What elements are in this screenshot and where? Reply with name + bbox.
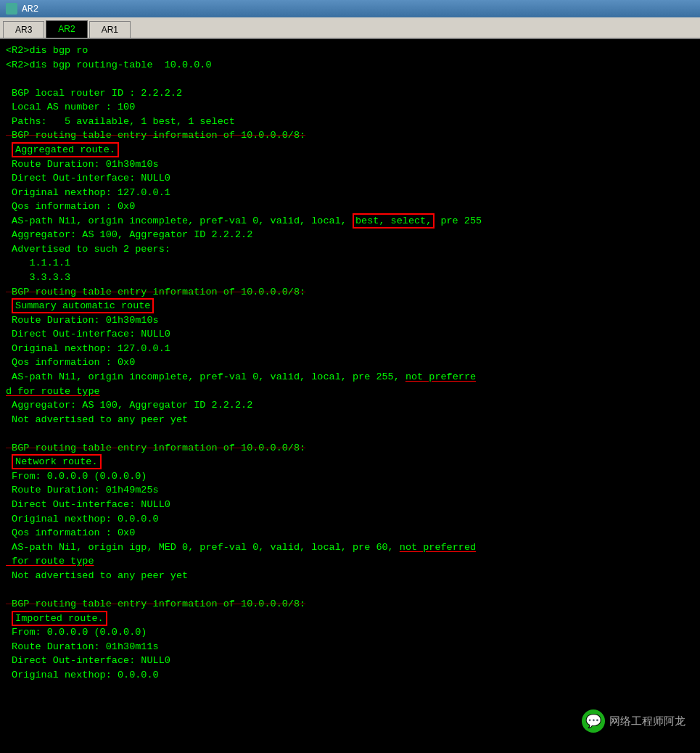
terminal-line: From: 0.0.0.0 (0.0.0.0) [6,625,694,640]
watermark-text: 网络工程师阿龙 [609,715,685,728]
app-title: AR2 [22,4,38,15]
terminal-line: Direct Out-interface: NULL0 [6,498,694,512]
terminal: <R2>dis bgp ro<R2>dis bgp routing-table … [0,39,700,753]
terminal-line: Route Duration: 01h49m25s [6,483,694,498]
terminal-line: AS-path Nil, origin incomplete, pref-val… [6,214,694,229]
terminal-line [6,72,694,86]
tab-AR1[interactable]: AR1 [89,21,131,38]
terminal-line: Network route. [6,455,694,469]
terminal-line: Not advertised to any peer yet [6,413,694,427]
terminal-line: Direct Out-interface: NULL0 [6,327,694,342]
terminal-line: From: 0.0.0.0 (0.0.0.0) [6,469,694,484]
terminal-line: BGP routing table entry information of 1… [6,128,694,143]
terminal-line: Route Duration: 01h30m10s [6,157,694,172]
terminal-line: Original nexthop: 0.0.0.0 [6,512,694,527]
terminal-line: Qos information : 0x0 [6,526,694,540]
terminal-line: Imported route. [6,612,694,626]
terminal-line: Aggregator: AS 100, Aggregator ID 2.2.2.… [6,228,694,242]
terminal-line: Route Duration: 01h30m11s [6,640,694,654]
terminal-line: for route type [6,554,694,569]
terminal-line: BGP routing table entry information of 1… [6,441,694,456]
terminal-line: Direct Out-interface: NULL0 [6,654,694,668]
terminal-line: 1.1.1.1 [6,256,694,271]
terminal-line: Summary automatic route [6,299,694,313]
terminal-line: Original nexthop: 0.0.0.0 [6,668,694,683]
terminal-line: <R2>dis bgp routing-table 10.0.0.0 [6,58,694,73]
terminal-line: AS-path Nil, origin igp, MED 0, pref-val… [6,540,694,555]
terminal-line: 3.3.3.3 [6,271,694,285]
terminal-line: Original nexthop: 127.0.0.1 [6,342,694,356]
wechat-icon: 💬 [582,709,605,733]
terminal-line: Qos information : 0x0 [6,355,694,370]
terminal-line: Not advertised to any peer yet [6,569,694,583]
terminal-line [6,427,694,441]
terminal-line: Route Duration: 01h30m10s [6,313,694,328]
terminal-line: d for route type [6,384,694,399]
title-bar: AR2 [0,0,700,17]
terminal-line [6,583,694,597]
terminal-line: Advertised to such 2 peers: [6,242,694,257]
app-icon [6,3,17,15]
terminal-line: Aggregator: AS 100, Aggregator ID 2.2.2.… [6,398,694,413]
terminal-line: <R2>dis bgp ro [6,44,694,58]
tab-AR2[interactable]: AR2 [46,20,87,38]
terminal-line: AS-path Nil, origin incomplete, pref-val… [6,370,694,384]
terminal-line: BGP routing table entry information of 1… [6,285,694,300]
terminal-line: Paths: 5 available, 1 best, 1 select [6,115,694,129]
tab-bar: AR3 AR2 AR1 [0,17,700,39]
terminal-line: BGP routing table entry information of 1… [6,597,694,612]
watermark: 💬 网络工程师阿龙 [582,709,685,733]
tab-AR3[interactable]: AR3 [3,21,44,38]
terminal-line: BGP local router ID : 2.2.2.2 [6,86,694,101]
terminal-line: Aggregated route. [6,143,694,157]
terminal-line: Qos information : 0x0 [6,199,694,214]
terminal-line: Direct Out-interface: NULL0 [6,171,694,186]
terminal-line: Local AS number : 100 [6,100,694,115]
terminal-line: Original nexthop: 127.0.0.1 [6,186,694,200]
